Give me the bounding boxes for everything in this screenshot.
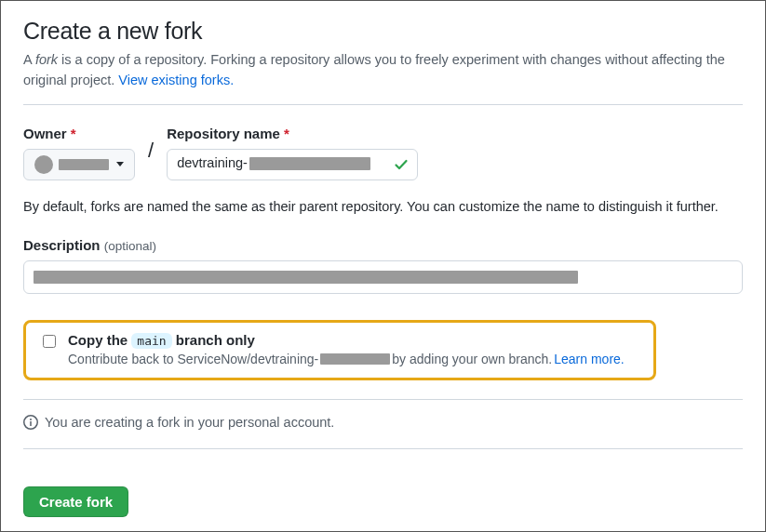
page-subheading: A fork is a copy of a repository. Forkin… bbox=[23, 50, 743, 105]
create-fork-page: Create a new fork A fork is a copy of a … bbox=[0, 0, 766, 532]
slash-separator: / bbox=[146, 139, 155, 166]
copy-main-branch-title: Copy the main branch only bbox=[68, 332, 625, 348]
repo-suffix-redacted bbox=[320, 353, 390, 365]
divider bbox=[23, 448, 743, 449]
learn-more-link[interactable]: Learn more. bbox=[554, 352, 624, 366]
owner-repo-row: Owner * / Repository name * devtraining- bbox=[23, 126, 743, 180]
avatar-icon bbox=[34, 155, 53, 174]
caret-down-icon bbox=[116, 162, 124, 166]
copy-main-branch-subtext: Contribute back to ServiceNow/devtrainin… bbox=[68, 352, 625, 366]
required-asterisk: * bbox=[71, 126, 76, 141]
divider bbox=[23, 399, 743, 400]
check-icon bbox=[394, 157, 409, 172]
owner-select-button[interactable] bbox=[23, 149, 135, 180]
repo-name-label: Repository name * bbox=[167, 126, 418, 141]
copy-main-branch-checkbox[interactable] bbox=[43, 335, 56, 348]
page-title: Create a new fork bbox=[23, 18, 743, 45]
view-existing-forks-link[interactable]: View existing forks. bbox=[118, 73, 234, 87]
repo-name-helper: By default, forks are named the same as … bbox=[23, 197, 743, 218]
owner-label: Owner * bbox=[23, 126, 135, 141]
branch-badge: main bbox=[131, 333, 171, 349]
copy-branch-option-highlight: Copy the main branch only Contribute bac… bbox=[23, 320, 656, 380]
description-input[interactable] bbox=[23, 260, 743, 294]
info-row: You are creating a fork in your personal… bbox=[23, 415, 743, 430]
owner-name-redacted bbox=[59, 159, 109, 170]
repo-name-redacted bbox=[249, 157, 370, 170]
info-icon bbox=[23, 415, 38, 430]
owner-field: Owner * bbox=[23, 126, 135, 180]
description-field: Description (optional) bbox=[23, 237, 743, 294]
create-fork-button[interactable]: Create fork bbox=[23, 486, 128, 517]
description-value-redacted bbox=[34, 271, 578, 284]
required-asterisk: * bbox=[284, 126, 289, 141]
repo-name-input[interactable]: devtraining- bbox=[167, 149, 418, 180]
description-label: Description (optional) bbox=[23, 237, 743, 253]
repo-name-field: Repository name * devtraining- bbox=[167, 126, 418, 180]
info-text: You are creating a fork in your personal… bbox=[45, 415, 334, 430]
